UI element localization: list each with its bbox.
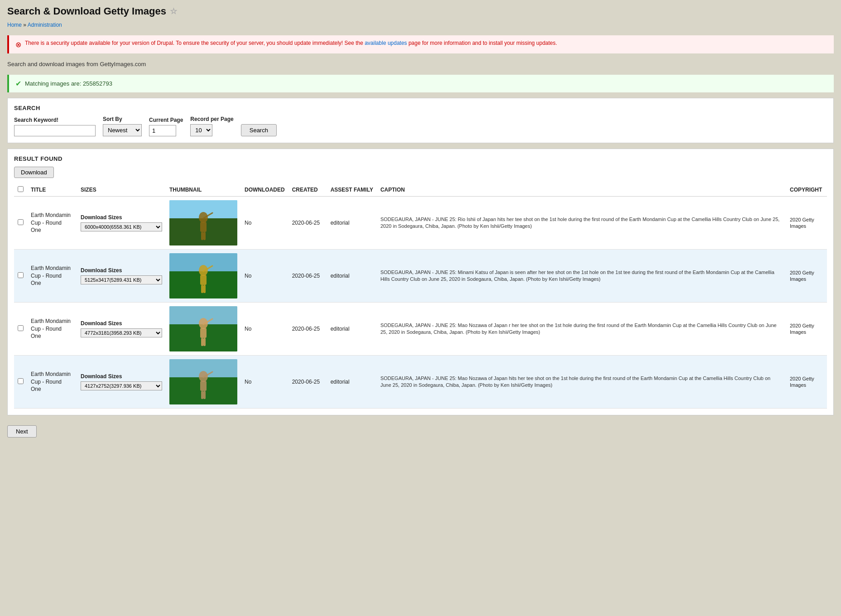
td-created: 2020-06-25 (288, 356, 327, 409)
td-sizes: Download Sizes 5125x3417(5289.431 KB) (77, 250, 166, 303)
svg-point-7 (199, 265, 208, 276)
sizes-select-1[interactable]: 6000x4000(6558.361 KB) (81, 222, 162, 231)
page-title: Search & Download Getty Images ☆ (7, 5, 834, 17)
th-checkbox (14, 183, 27, 197)
td-sizes: Download Sizes 6000x4000(6558.361 KB) (77, 197, 166, 250)
results-section: RESULT FOUND Download TITLE SIZES THUMBN… (7, 149, 834, 415)
sizes-label: Download Sizes (81, 373, 162, 380)
td-assest-family: editorial (327, 303, 377, 356)
results-header: RESULT FOUND (14, 155, 827, 162)
td-assest-family: editorial (327, 356, 377, 409)
sizes-select-3[interactable]: 4772x3181(3958.293 KB) (81, 328, 162, 337)
td-title: Earth Mondamin Cup - Round One (27, 303, 77, 356)
sort-select[interactable]: Newest Oldest Relevant (103, 124, 142, 136)
svg-rect-17 (203, 338, 206, 346)
sizes-label: Download Sizes (81, 320, 162, 327)
svg-point-13 (199, 318, 208, 329)
download-button[interactable]: Download (14, 167, 54, 178)
td-assest-family: editorial (327, 197, 377, 250)
td-caption: SODEGAURA, JAPAN - JUNE 25: Mao Nozawa o… (377, 303, 786, 356)
th-sizes: SIZES (77, 183, 166, 197)
th-title: TITLE (27, 183, 77, 197)
td-downloaded: No (241, 197, 288, 250)
td-sizes: Download Sizes 4127x2752(3297.936 KB) (77, 356, 166, 409)
current-page-input[interactable] (149, 125, 176, 136)
table-row: Earth Mondamin Cup - Round One Download … (14, 303, 827, 356)
td-copyright: 2020 Getty Images (786, 303, 827, 356)
table-row: Earth Mondamin Cup - Round One Download … (14, 356, 827, 409)
td-thumbnail (166, 356, 241, 409)
results-table: TITLE SIZES THUMBNAIL DOWNLOADED CREATED… (14, 183, 827, 409)
breadcrumb-admin[interactable]: Administration (28, 22, 62, 28)
sizes-select-4[interactable]: 4127x2752(3297.936 KB) (81, 381, 162, 390)
checkmark-icon: ✔ (15, 79, 21, 88)
td-title: Earth Mondamin Cup - Round One (27, 250, 77, 303)
td-copyright: 2020 Getty Images (786, 197, 827, 250)
row-checkbox-4[interactable] (18, 378, 24, 384)
row-checkbox-1[interactable] (18, 219, 24, 225)
current-page-label: Current Page (149, 117, 183, 123)
td-checkbox (14, 197, 27, 250)
svg-rect-23 (203, 391, 206, 399)
svg-rect-8 (200, 275, 207, 285)
svg-rect-10 (201, 285, 203, 293)
svg-rect-14 (200, 328, 207, 338)
sort-label: Sort By (103, 116, 142, 122)
td-downloaded: No (241, 303, 288, 356)
row-checkbox-2[interactable] (18, 272, 24, 278)
sort-field: Sort By Newest Oldest Relevant (103, 116, 142, 136)
records-select[interactable]: 10 20 50 (190, 124, 212, 136)
error-icon: ⊗ (15, 40, 21, 49)
th-caption: CAPTION (377, 183, 786, 197)
td-downloaded: No (241, 250, 288, 303)
td-copyright: 2020 Getty Images (786, 356, 827, 409)
td-caption: SODEGAURA, JAPAN - JUNE 25: Mao Nozawa o… (377, 356, 786, 409)
th-thumbnail: THUMBNAIL (166, 183, 241, 197)
select-all-checkbox[interactable] (18, 186, 24, 192)
records-per-page-field: Record per Page 10 20 50 (190, 116, 233, 136)
svg-rect-2 (200, 222, 207, 232)
row-checkbox-3[interactable] (18, 325, 24, 331)
star-icon[interactable]: ☆ (170, 6, 177, 16)
sizes-label: Download Sizes (81, 214, 162, 221)
td-created: 2020-06-25 (288, 197, 327, 250)
td-title: Earth Mondamin Cup - Round One (27, 197, 77, 250)
svg-point-1 (199, 212, 208, 223)
search-button[interactable]: Search (241, 124, 277, 136)
th-downloaded: DOWNLOADED (241, 183, 288, 197)
sizes-select-2[interactable]: 5125x3417(5289.431 KB) (81, 275, 162, 284)
td-thumbnail (166, 197, 241, 250)
current-page-field: Current Page (149, 117, 183, 136)
table-row: Earth Mondamin Cup - Round One Download … (14, 197, 827, 250)
td-assest-family: editorial (327, 250, 377, 303)
table-header-row: TITLE SIZES THUMBNAIL DOWNLOADED CREATED… (14, 183, 827, 197)
security-alert: ⊗ There is a security update available f… (7, 35, 834, 53)
search-section-title: SEARCH (14, 105, 827, 111)
td-created: 2020-06-25 (288, 303, 327, 356)
keyword-input[interactable] (14, 125, 96, 136)
td-sizes: Download Sizes 4772x3181(3958.293 KB) (77, 303, 166, 356)
td-copyright: 2020 Getty Images (786, 250, 827, 303)
keyword-label: Search Keyword! (14, 117, 96, 123)
svg-rect-4 (201, 232, 203, 240)
td-created: 2020-06-25 (288, 250, 327, 303)
td-checkbox (14, 250, 27, 303)
th-copyright: COPYRIGHT (786, 183, 827, 197)
records-label: Record per Page (190, 116, 233, 122)
th-assest-family: ASSEST FAMILY (327, 183, 377, 197)
td-title: Earth Mondamin Cup - Round One (27, 356, 77, 409)
svg-point-19 (199, 371, 208, 382)
available-updates-link[interactable]: available updates (365, 40, 407, 46)
next-button[interactable]: Next (7, 425, 37, 438)
td-thumbnail (166, 303, 241, 356)
keyword-field: Search Keyword! (14, 117, 96, 136)
table-row: Earth Mondamin Cup - Round One Download … (14, 250, 827, 303)
breadcrumb-home[interactable]: Home (7, 22, 22, 28)
sizes-label: Download Sizes (81, 267, 162, 274)
search-section: SEARCH Search Keyword! Sort By Newest Ol… (7, 98, 834, 143)
td-caption: SODEGAURA, JAPAN - JUNE 25: Rio Ishii of… (377, 197, 786, 250)
td-checkbox (14, 356, 27, 409)
success-alert: ✔ Matching images are: 255852793 (7, 75, 834, 92)
td-checkbox (14, 303, 27, 356)
svg-rect-11 (203, 285, 206, 293)
